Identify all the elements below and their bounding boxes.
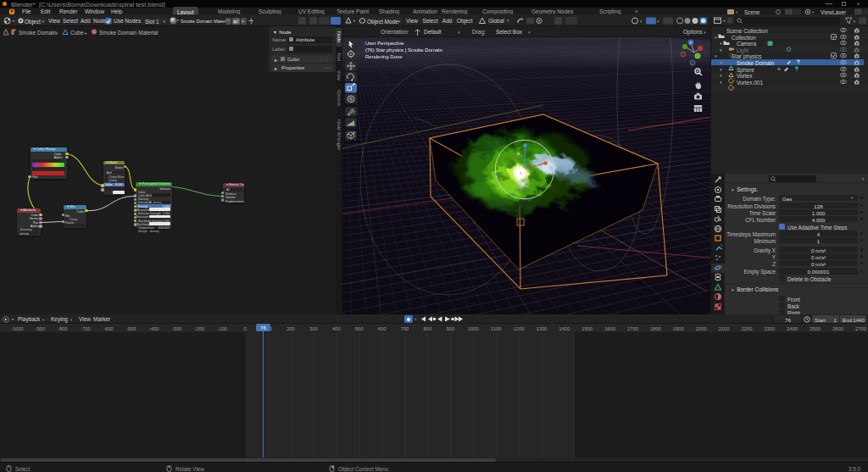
svg-text:Scene: Scene [744,8,760,14]
svg-text:▾: ▾ [854,19,856,24]
svg-text:▾: ▾ [657,19,659,24]
svg-text:▾: ▾ [812,10,815,14]
svg-text:▾: ▾ [640,19,643,24]
svg-text:▾: ▾ [736,10,738,14]
